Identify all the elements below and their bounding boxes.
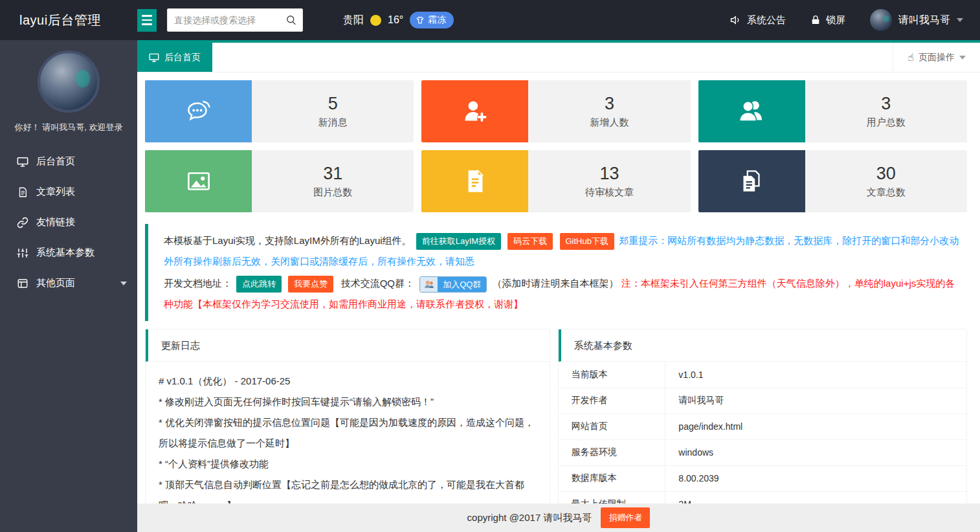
param-label: 数据库版本 bbox=[559, 465, 665, 491]
stat-card-messages[interactable]: 5 新消息 bbox=[145, 80, 414, 142]
sidebar: 你好！ 请叫我马哥, 欢迎登录 后台首页 文章列表 友情链接 系统基本参数 其他… bbox=[0, 40, 137, 532]
table-row: 最大上传限制 2M bbox=[559, 491, 966, 504]
sidebar-item-label: 系统基本参数 bbox=[36, 247, 95, 259]
weather-badge[interactable]: 霜冻 bbox=[410, 12, 454, 28]
avatar bbox=[870, 9, 892, 31]
stat-info: 3 新增人数 bbox=[528, 80, 690, 142]
changelog-line: * “个人资料”提供修改功能 bbox=[159, 454, 537, 474]
header-actions: 系统公告 锁屏 请叫我马哥 bbox=[730, 9, 980, 31]
user-add-icon bbox=[421, 80, 528, 142]
stat-value: 3 bbox=[881, 94, 891, 114]
hand-pointer-icon: ☝ bbox=[908, 51, 914, 63]
param-label: 当前版本 bbox=[559, 362, 665, 388]
qq-avatar-icon bbox=[420, 276, 438, 293]
gitee-download-button[interactable]: 码云下载 bbox=[507, 233, 553, 250]
changelog-line: # v1.0.1（优化） - 2017-06-25 bbox=[159, 371, 537, 392]
weather-widget: 贵阳 16° 霜冻 bbox=[343, 12, 454, 28]
link-icon bbox=[17, 217, 28, 228]
stat-info: 5 新消息 bbox=[252, 80, 414, 142]
chevron-down-icon bbox=[957, 18, 963, 22]
lock-icon bbox=[810, 15, 821, 25]
stat-label: 待审核文章 bbox=[585, 186, 634, 199]
param-label: 开发作者 bbox=[559, 388, 665, 414]
chevron-down-icon bbox=[959, 56, 966, 60]
stat-label: 图片总数 bbox=[313, 186, 352, 199]
stat-card-new-users[interactable]: 3 新增人数 bbox=[421, 80, 690, 142]
stat-info: 13 待审核文章 bbox=[528, 150, 690, 212]
github-download-button[interactable]: GitHub下载 bbox=[560, 233, 614, 250]
article-icon bbox=[17, 186, 28, 198]
sysparams-panel: 系统基本参数 当前版本 v1.0.1 开发作者 请叫我马哥 bbox=[558, 329, 967, 504]
sidebar-item-sysparams[interactable]: 系统基本参数 bbox=[0, 238, 137, 268]
stat-label: 新增人数 bbox=[590, 116, 629, 129]
param-label: 最大上传限制 bbox=[559, 491, 665, 504]
stat-card-pending-articles[interactable]: 13 待审核文章 bbox=[421, 150, 690, 212]
sidebar-item-home[interactable]: 后台首页 bbox=[0, 146, 137, 177]
menu-toggle-button[interactable] bbox=[137, 9, 157, 32]
search-input[interactable] bbox=[167, 8, 303, 32]
sidebar-item-label: 友情链接 bbox=[36, 216, 75, 228]
param-value: v1.0.1 bbox=[665, 362, 966, 388]
sidebar-item-articles[interactable]: 文章列表 bbox=[0, 177, 137, 207]
stat-label: 用户总数 bbox=[867, 116, 906, 129]
lock-screen-button[interactable]: 锁屏 bbox=[810, 14, 845, 27]
page-actions-dropdown[interactable]: ☝ 页面操作 bbox=[893, 43, 980, 72]
chat-icon bbox=[145, 80, 252, 142]
sysparams-table: 当前版本 v1.0.1 开发作者 请叫我马哥 网站首页 page/index.h… bbox=[559, 362, 966, 504]
clothes-icon bbox=[416, 16, 425, 25]
user-menu[interactable]: 请叫我马哥 bbox=[870, 9, 963, 31]
pages-icon bbox=[17, 278, 28, 289]
stat-card-images[interactable]: 31 图片总数 bbox=[145, 150, 414, 212]
tab-label: 后台首页 bbox=[164, 52, 201, 63]
like-button[interactable]: 我要点赞 bbox=[288, 276, 333, 293]
stat-card-total-articles[interactable]: 30 文章总数 bbox=[698, 150, 967, 212]
stat-card-total-users[interactable]: 3 用户总数 bbox=[698, 80, 967, 142]
announcement-button[interactable]: 系统公告 bbox=[730, 14, 786, 27]
join-qq-button[interactable]: 加入QQ群 bbox=[419, 276, 487, 293]
docs-label: 开发文档地址： bbox=[164, 278, 232, 289]
speaker-icon bbox=[730, 14, 742, 26]
lock-label: 锁屏 bbox=[826, 14, 845, 27]
weather-city: 贵阳 bbox=[343, 14, 364, 27]
content-area: 5 新消息 3 新增人数 bbox=[137, 72, 980, 504]
changelog-body[interactable]: # v1.0.1（优化） - 2017-06-25 * 修改刚进入页面无任何操作… bbox=[146, 362, 550, 504]
monitor-icon bbox=[17, 156, 28, 168]
param-value: windows bbox=[665, 439, 966, 465]
stat-value: 31 bbox=[323, 164, 342, 184]
join-qq-label: 加入QQ群 bbox=[438, 276, 486, 293]
sidebar-item-links[interactable]: 友情链接 bbox=[0, 207, 137, 238]
layim-auth-button[interactable]: 前往获取LayIM授权 bbox=[416, 233, 501, 250]
docs-jump-button[interactable]: 点此跳转 bbox=[236, 276, 282, 293]
changelog-panel: 更新日志 # v1.0.1（优化） - 2017-06-25 * 修改刚进入页面… bbox=[145, 329, 550, 504]
search-icon[interactable] bbox=[285, 14, 298, 27]
changelog-line: * 修改刚进入页面无任何操作时按回车键提示“请输入解锁密码！” bbox=[159, 392, 537, 412]
search-box bbox=[167, 8, 303, 32]
table-row: 当前版本 v1.0.1 bbox=[559, 362, 966, 388]
param-label: 网站首页 bbox=[559, 414, 665, 439]
donate-button[interactable]: 捐赠作者 bbox=[601, 507, 650, 528]
stat-info: 31 图片总数 bbox=[252, 150, 414, 212]
users-icon bbox=[698, 80, 805, 142]
sidebar-nav: 后台首页 文章列表 友情链接 系统基本参数 其他页面 bbox=[0, 146, 137, 298]
changelog-line: * 顶部天气信息自动判断位置【忘记之前是怎么想的做成北京的了，可能是我在大首都吧… bbox=[159, 474, 537, 504]
sidebar-item-other-pages[interactable]: 其他页面 bbox=[0, 268, 137, 298]
weather-badge-label: 霜冻 bbox=[428, 14, 446, 26]
notice-line-1: 本模板基于Layui实现，支持除LayIM外所有的Layui组件。 前往获取La… bbox=[164, 230, 961, 272]
changelog-line: * 优化关闭弹窗按钮的提示信息位置问题【可能是因为加载速度的原因，造成这个问题，… bbox=[159, 412, 537, 454]
app-logo: layui后台管理 bbox=[0, 12, 137, 29]
tab-bar: 后台首页 ☝ 页面操作 bbox=[137, 43, 980, 72]
tab-home[interactable]: 后台首页 bbox=[137, 43, 212, 72]
stat-label: 文章总数 bbox=[867, 186, 906, 199]
stat-value: 3 bbox=[605, 94, 614, 114]
main-area: 后台首页 ☝ 页面操作 5 新消息 bbox=[137, 40, 980, 532]
monitor-icon bbox=[149, 52, 159, 63]
notice-line-2: 开发文档地址： 点此跳转 我要点赞 技术交流QQ群： 加入QQ群 （添加时请注明… bbox=[164, 273, 961, 315]
avatar-large[interactable] bbox=[38, 50, 100, 113]
sidebar-item-label: 文章列表 bbox=[36, 186, 75, 198]
stat-cards: 5 新消息 3 新增人数 bbox=[145, 80, 967, 212]
image-icon bbox=[145, 150, 252, 212]
table-row: 数据库版本 8.00.2039 bbox=[559, 465, 966, 491]
stat-value: 30 bbox=[876, 164, 896, 184]
qq-group-label: 技术交流QQ群： bbox=[341, 278, 414, 289]
sysparams-title: 系统基本参数 bbox=[559, 329, 966, 362]
